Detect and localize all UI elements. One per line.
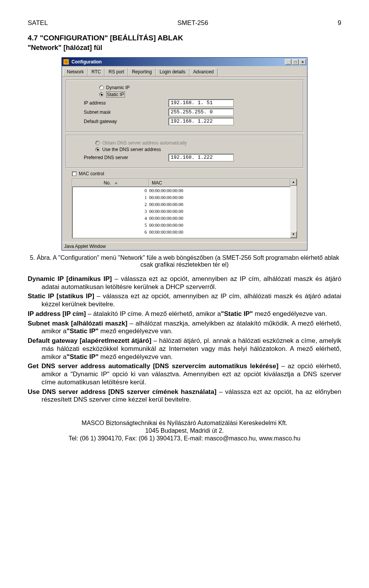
close-button[interactable]: × (299, 59, 306, 65)
term-gateway: Default gateway [alapéretlmezett átjáró] (28, 337, 151, 344)
subnet-mask-input[interactable]: 255.255.255. 0 (168, 108, 234, 116)
titlebar[interactable]: Configuration _ □ × (62, 58, 307, 66)
page-footer: MASCO Biztonságtechnikai és Nyílászáró A… (28, 419, 341, 442)
page-header: SATEL SMET-256 9 (28, 19, 341, 27)
table-row[interactable]: 600:00:00:00:00:00 (72, 229, 290, 236)
radio-static-label: Static IP (106, 91, 125, 98)
term-static-ip: Static IP [statikus IP] (28, 292, 94, 300)
tab-advanced[interactable]: Advanced (189, 68, 218, 76)
radio-dynamic-label: Dynamic IP (106, 85, 130, 90)
figure-text: A "Configuration" menü "Network" füle a … (53, 254, 339, 268)
minimize-button[interactable]: _ (285, 59, 291, 65)
tab-rsport[interactable]: RS port (105, 68, 128, 76)
radio-dns-auto-label: Obtain DNS server address automatically (102, 140, 187, 146)
section-number: 4.7 (28, 34, 38, 42)
header-right: 9 (338, 19, 341, 27)
statusbar: Java Applet Window (62, 242, 307, 250)
radio-dns-use[interactable]: Use the DNS server address (95, 147, 297, 152)
configuration-window: Configuration _ □ × Network RTC RS port … (62, 57, 308, 251)
ip-address-label: IP address (84, 100, 168, 106)
tab-content-network: Dynamic IP Static IP IP address 192.168.… (62, 76, 307, 242)
dns-input[interactable]: 192.168. 1.222 (168, 154, 234, 161)
radio-static-ip[interactable]: Static IP (99, 91, 297, 98)
section-title: 4.7 "CONFIGURATION" [BEÁLLÍTÁS] ABLAK (28, 34, 341, 42)
footer-line2: 1045 Budapest, Madridi út 2. (28, 427, 341, 435)
app-icon (63, 59, 69, 65)
dns-group: Obtain DNS server address automatically … (66, 135, 303, 168)
table-row[interactable]: 000:00:00:00:00:00 (72, 187, 290, 194)
radio-dynamic-ip[interactable]: Dynamic IP (99, 85, 297, 90)
term-subnet: Subnet mask [alhálózati maszk] (28, 320, 127, 327)
ip-address-input[interactable]: 192.168. 1. 51 (168, 99, 234, 107)
mac-rows: 000:00:00:00:00:00 100:00:00:00:00:00 20… (72, 187, 290, 236)
mac-table-header: No. MAC (72, 179, 290, 187)
window-title: Configuration (71, 59, 283, 65)
svg-rect-1 (65, 60, 68, 63)
mac-table: No. MAC 000:00:00:00:00:00 100:00:00:00:… (72, 179, 297, 238)
radio-icon (99, 92, 104, 97)
table-row[interactable]: 400:00:00:00:00:00 (72, 215, 290, 222)
scroll-up-button[interactable]: ▲ (290, 179, 297, 186)
footer-line1: MASCO Biztonságtechnikai és Nyílászáró A… (28, 419, 341, 427)
col-mac[interactable]: MAC (149, 179, 290, 187)
header-center: SMET-256 (177, 19, 208, 27)
radio-icon (95, 147, 100, 152)
tab-login[interactable]: Login details (156, 68, 189, 76)
header-left: SATEL (28, 19, 48, 27)
checkbox-icon (72, 171, 76, 176)
table-row[interactable]: 200:00:00:00:00:00 (72, 201, 290, 208)
sort-asc-icon (115, 182, 118, 184)
col-no-label: No. (104, 180, 111, 186)
scroll-track[interactable] (290, 186, 297, 231)
scroll-down-button[interactable]: ▼ (290, 231, 297, 238)
table-row[interactable]: 500:00:00:00:00:00 (72, 222, 290, 229)
footer-line3: Tel: (06 1) 3904170, Fax: (06 1) 3904173… (28, 435, 341, 442)
term-dns-auto: Get DNS server address automatically [DN… (28, 362, 278, 370)
tab-rtc[interactable]: RTC (88, 68, 105, 76)
default-gateway-input[interactable]: 192.168. 1.222 (168, 118, 234, 125)
radio-dns-use-label: Use the DNS server address (102, 147, 161, 152)
body-text: Dynamic IP [dinamikus IP] – válassza ezt… (28, 275, 341, 404)
mac-section: MAC control No. MAC 000:00:00:00:00:00 (66, 171, 303, 240)
term-dynamic-ip: Dynamic IP [dinamikus IP] (28, 275, 112, 282)
radio-dns-auto: Obtain DNS server address automatically (95, 140, 297, 146)
radio-icon (99, 85, 104, 90)
maximize-button[interactable]: □ (292, 59, 299, 65)
dns-label: Preferred DNS server (84, 155, 168, 160)
default-gateway-label: Default gateway (84, 119, 168, 124)
figure-label: 5. Ábra. (30, 254, 52, 261)
figure-caption: 5. Ábra. A "Configuration" menü "Network… (28, 254, 341, 268)
mac-control-checkbox[interactable]: MAC control (72, 171, 297, 176)
tab-reporting[interactable]: Reporting (128, 68, 156, 76)
radio-icon (95, 141, 100, 145)
section-title-text: "CONFIGURATION" [BEÁLLÍTÁS] ABLAK (40, 34, 183, 42)
term-dns-use: Use DNS server address [DNS szerver címé… (28, 388, 216, 395)
table-row[interactable]: 300:00:00:00:00:00 (72, 208, 290, 215)
tab-network[interactable]: Network (63, 68, 88, 76)
tabstrip: Network RTC RS port Reporting Login deta… (62, 66, 307, 76)
scrollbar[interactable]: ▲ ▼ (290, 179, 297, 238)
mac-control-label: MAC control (79, 171, 104, 176)
col-no[interactable]: No. (72, 179, 149, 187)
table-row[interactable]: 100:00:00:00:00:00 (72, 194, 290, 201)
ip-group: Dynamic IP Static IP IP address 192.168.… (66, 80, 303, 132)
section-subtitle: "Network" [hálózat] fül (28, 44, 341, 52)
term-ip-address: IP address [IP cím] (28, 310, 86, 317)
subnet-mask-label: Subnet mask (84, 110, 168, 115)
